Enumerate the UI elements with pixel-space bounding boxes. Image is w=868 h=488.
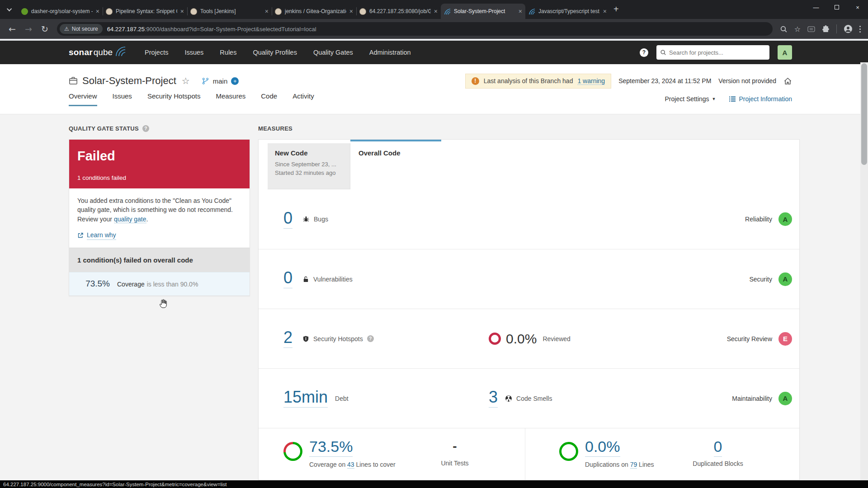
project-search[interactable] [656, 45, 769, 60]
lines-to-cover-link[interactable]: 43 [347, 461, 354, 469]
new-tab-button[interactable]: + [613, 4, 619, 14]
tab-close-icon[interactable]: × [434, 8, 438, 14]
new-code-started: Started 32 minutes ago [275, 169, 343, 176]
tab-title: jenkins / Gitea-Organization/so [285, 8, 346, 14]
nav-item-projects[interactable]: Projects [145, 49, 168, 56]
browser-tab[interactable]: jenkins / Gitea-Organization/so × [272, 4, 356, 19]
user-avatar[interactable]: A [778, 45, 792, 60]
help-icon[interactable]: ? [640, 48, 648, 57]
menu-kebab-icon[interactable] [859, 26, 861, 33]
browser-tab-active[interactable]: Solar-System-Project × [441, 4, 525, 19]
tab-title: dasher-org/solar-system - solar [31, 8, 93, 14]
unit-tests-value: - [412, 438, 498, 455]
tab-close-icon[interactable]: × [349, 8, 353, 14]
nav-item-quality-profiles[interactable]: Quality Profiles [253, 49, 297, 56]
duplications-percent-link[interactable]: 0.0% [585, 438, 620, 457]
pinned-extension-icon[interactable] [807, 26, 815, 33]
code-smells-count-link[interactable]: 3 [489, 389, 498, 408]
extensions-puzzle-icon[interactable] [822, 25, 830, 33]
duplicated-lines-link[interactable]: 79 [630, 461, 637, 469]
nav-item-quality-gates[interactable]: Quality Gates [313, 49, 353, 56]
branch-info-icon[interactable]: + [231, 77, 239, 85]
browser-tab[interactable]: Pipeline Syntax: Snippet Genera × [103, 4, 187, 19]
debt-link[interactable]: 15min [283, 389, 328, 408]
bugs-count-link[interactable]: 0 [283, 210, 292, 229]
failed-condition-row[interactable]: 73.5% Coverage is less than 90.0% [69, 272, 250, 296]
quality-gate-link[interactable]: quality gate [114, 216, 146, 223]
browser-tab[interactable]: Tools [Jenkins] × [187, 4, 272, 19]
tab-security-hotspots[interactable]: Security Hotspots [147, 92, 201, 106]
tab-code[interactable]: Code [261, 92, 277, 106]
warning-text: Last analysis of this Branch had [484, 77, 573, 84]
tab-overall-code[interactable]: Overall Code [350, 140, 441, 189]
maintainability-rating-badge[interactable]: A [778, 392, 792, 405]
maximize-button[interactable] [826, 0, 847, 14]
not-secure-chip[interactable]: ⚠ Not secure [60, 24, 103, 34]
security-label: Security [749, 276, 772, 283]
home-icon[interactable] [783, 77, 792, 85]
reload-button[interactable]: ↻ [37, 24, 52, 34]
nav-item-issues[interactable]: Issues [184, 49, 203, 56]
help-icon[interactable]: ? [367, 335, 374, 342]
browser-tab[interactable]: dasher-org/solar-system - solar × [18, 4, 103, 19]
jenkins-favicon-icon [275, 8, 282, 15]
search-input[interactable] [669, 49, 766, 56]
tab-close-icon[interactable]: × [265, 8, 269, 14]
code-smell-icon [505, 395, 512, 402]
sonarqube-navbar: sonarqube Projects Issues Rules Quality … [0, 41, 868, 64]
nav-item-rules[interactable]: Rules [220, 49, 236, 56]
tab-measures[interactable]: Measures [216, 92, 245, 106]
project-settings-dropdown[interactable]: Project Settings ▼ [665, 95, 716, 103]
minimize-button[interactable]: — [806, 0, 826, 14]
new-code-label: New Code [275, 149, 343, 157]
condition-value: 73.5% [77, 279, 110, 289]
browser-toolbar: ← → ↻ ⚠ Not secure 64.227.187.25:9000/da… [0, 19, 868, 39]
coverage-subtext: Coverage on 43 Lines to cover [309, 461, 396, 468]
browser-tab[interactable]: Javascript/Typescript test cover × [525, 4, 610, 19]
browser-tab[interactable]: 64.227.187.25:8080/job/Gitea-O × [356, 4, 441, 19]
tab-new-code[interactable]: New Code Since September 23, ... Started… [268, 143, 350, 189]
duplicated-blocks-label: Duplicated Blocks [664, 460, 772, 467]
address-bar[interactable]: ⚠ Not secure 64.227.187.25:9000/dashboar… [57, 22, 773, 36]
branch-selector[interactable]: main + [202, 77, 239, 85]
bookmark-star-icon[interactable]: ☆ [794, 25, 801, 33]
tab-overview[interactable]: Overview [69, 92, 97, 106]
project-information-link[interactable]: Project Information [729, 95, 793, 103]
profile-avatar-icon[interactable] [844, 24, 853, 33]
tab-close-icon[interactable]: × [603, 8, 607, 14]
quality-gate-card: Failed 1 conditions failed You added ext… [69, 139, 250, 296]
tab-activity[interactable]: Activity [292, 92, 314, 106]
quality-gate-status: Failed [77, 149, 241, 164]
nav-item-administration[interactable]: Administration [369, 49, 411, 56]
list-icon [729, 95, 736, 103]
warning-link[interactable]: 1 warning [577, 77, 605, 85]
security-rating-badge[interactable]: A [778, 272, 792, 286]
unit-tests-label: Unit Tests [412, 460, 498, 467]
favorite-star-icon[interactable]: ☆ [182, 75, 190, 86]
coverage-percent-link[interactable]: 73.5% [309, 438, 353, 457]
zoom-icon[interactable] [780, 25, 788, 33]
scrollbar-thumb[interactable] [861, 63, 867, 165]
security-review-rating-badge[interactable]: E [778, 332, 792, 346]
page-scrollbar[interactable] [860, 62, 868, 480]
sonarqube-logo[interactable]: sonarqube [69, 47, 126, 57]
url-path: :9000/dashboard?id=Solar-System-Project&… [145, 26, 316, 33]
tab-close-icon[interactable]: × [180, 8, 184, 14]
learn-why-link[interactable]: Learn why [77, 230, 241, 240]
security-review-label: Security Review [727, 335, 772, 343]
help-icon[interactable]: ? [142, 125, 149, 132]
vulnerabilities-count-link[interactable]: 0 [283, 270, 292, 288]
browser-status-bar: 64.227.187.25:9000/component_measures?id… [0, 480, 868, 488]
tab-close-icon[interactable]: × [519, 8, 522, 14]
tab-close-icon[interactable]: × [96, 8, 99, 14]
close-button[interactable]: × [847, 0, 868, 14]
duplicated-blocks-group: 0 Duplicated Blocks [664, 438, 772, 480]
back-button[interactable]: ← [5, 24, 20, 34]
forward-button[interactable]: → [21, 24, 36, 34]
reliability-rating-badge[interactable]: A [778, 212, 792, 226]
hotspots-count-link[interactable]: 2 [283, 329, 292, 348]
tab-search-button[interactable] [4, 3, 16, 16]
duplicated-blocks-link[interactable]: 0 [714, 438, 722, 457]
mouse-cursor-hand [158, 298, 169, 309]
tab-issues[interactable]: Issues [113, 92, 132, 106]
